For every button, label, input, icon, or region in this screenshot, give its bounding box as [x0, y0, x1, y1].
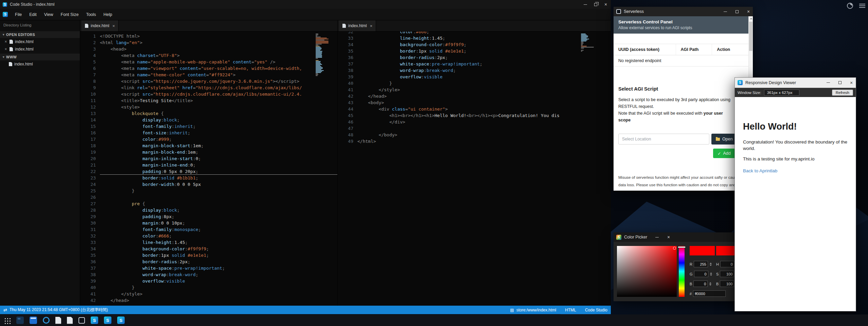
minimap-line: [316, 56, 322, 57]
tab-index-html[interactable]: index.html ×: [339, 20, 376, 31]
open-button[interactable]: Open: [711, 134, 737, 145]
code-line: word-wrap:break-word;: [100, 271, 337, 278]
close-button[interactable]: ×: [744, 7, 753, 16]
sidebar-section-header[interactable]: ▾WWW: [0, 54, 80, 60]
code-line: padding:0 5px 0 20px;: [100, 168, 337, 175]
code-line: <meta charset="UTF-8">: [100, 52, 337, 59]
code-studio-app-icon[interactable]: [117, 317, 125, 324]
code-line: margin-inline-start:0;: [100, 155, 337, 162]
code-studio-window: Code Studio - index.html × FileEditViewF…: [0, 0, 611, 314]
editor-left-gutter: 1234567891011121314151617181920212223242…: [80, 33, 100, 304]
preview-paragraph: Congratulation! You discovered the bound…: [743, 139, 848, 152]
editor-right-minimap[interactable]: [581, 34, 592, 52]
sidebar-item-index.html[interactable]: index.html: [0, 60, 80, 68]
add-button[interactable]: ✓ Add: [713, 149, 735, 158]
window-size-value[interactable]: 361px x 627px: [764, 90, 799, 96]
status-language[interactable]: HTML: [565, 308, 576, 312]
color-field-input[interactable]: 255: [694, 261, 708, 267]
restore-button[interactable]: [590, 0, 601, 9]
text-editor-app-icon[interactable]: [55, 317, 61, 324]
app-launcher-icon[interactable]: [3, 317, 11, 324]
script-location-input[interactable]: [618, 134, 709, 145]
hex-input[interactable]: ff0000: [693, 290, 726, 297]
color-field-input[interactable]: 0: [693, 281, 708, 287]
spinner-icon[interactable]: [709, 282, 711, 286]
sidebar-item-index.html[interactable]: ×index.html: [0, 45, 80, 53]
minimap-line: [316, 46, 320, 46]
browser-app-icon[interactable]: [43, 317, 50, 324]
color-field-label: B: [716, 282, 719, 286]
close-icon[interactable]: ×: [4, 47, 7, 52]
line-number: 43: [338, 99, 353, 106]
editor-left[interactable]: 1234567891011121314151617181920212223242…: [80, 32, 337, 306]
minimize-button[interactable]: [653, 232, 661, 242]
menu-icon[interactable]: [859, 3, 865, 9]
line-number: 5: [80, 59, 96, 65]
code-studio-app-icon[interactable]: [104, 317, 111, 324]
color-field-input[interactable]: 0: [694, 271, 708, 277]
minimize-button[interactable]: [721, 7, 730, 16]
sidebar-section-header[interactable]: ▾OPEN EDITORS: [0, 31, 80, 38]
serverless-warning: Misuse of serverless function might affe…: [618, 174, 744, 189]
editor-left-minimap[interactable]: [316, 34, 330, 76]
minimize-button[interactable]: [580, 0, 590, 9]
tab-index-html[interactable]: index.html ×: [82, 20, 119, 31]
menu-item-tools[interactable]: Tools: [82, 9, 100, 20]
hex-label: #: [690, 292, 692, 296]
scrollbar-thumb[interactable]: [749, 22, 752, 51]
serverless-section-heading: Select AGI Script: [618, 86, 744, 92]
close-button[interactable]: ×: [847, 78, 856, 88]
minimize-button[interactable]: [824, 78, 833, 88]
menu-item-help[interactable]: Help: [100, 9, 116, 20]
menu-item-font-size[interactable]: Font Size: [57, 9, 83, 20]
serverless-app-icon[interactable]: [78, 317, 85, 324]
code-line: color:#666;: [100, 233, 337, 239]
minimap-line: [316, 75, 318, 76]
line-number: 35: [80, 252, 96, 258]
code-line: display:block;: [100, 207, 337, 213]
spinner-icon[interactable]: [710, 272, 712, 276]
terminal-app-icon[interactable]: [30, 317, 37, 324]
line-number: 22: [80, 168, 96, 175]
refresh-button[interactable]: Refresh: [832, 90, 853, 96]
color-field-input[interactable]: 100: [720, 281, 734, 287]
minimap-line: [316, 73, 318, 74]
menu-item-file[interactable]: File: [11, 9, 25, 20]
code-line: <div class="ui container">: [357, 106, 611, 112]
code-line: background-color:#f9f9f9;: [100, 246, 337, 252]
maximize-button[interactable]: [835, 78, 844, 88]
line-number: 35: [338, 48, 353, 54]
close-button[interactable]: ×: [601, 0, 611, 9]
close-tab-icon[interactable]: ×: [112, 23, 115, 28]
color-field-label: B: [690, 282, 692, 286]
tab-bar-left: index.html ×: [80, 20, 337, 32]
refresh-icon[interactable]: [847, 3, 853, 9]
color-field-input[interactable]: 0: [720, 261, 734, 267]
line-number: 18: [80, 142, 96, 149]
color-field-g: G0: [690, 271, 712, 277]
back-to-aprintlab-link[interactable]: Back to Aprintlab: [743, 168, 777, 173]
remote-icon[interactable]: ⇄: [3, 307, 7, 312]
color-field-label: R: [690, 262, 692, 266]
code-line: border-radius:2px;: [100, 258, 337, 265]
code-studio-app-icon[interactable]: [91, 317, 98, 324]
minimap-line: [316, 53, 322, 54]
files-app-icon[interactable]: [16, 317, 24, 324]
editor-right[interactable]: 323334353637383940414243444546474849 col…: [338, 32, 611, 306]
sidebar-item-index.html[interactable]: ×index.html: [0, 38, 80, 45]
menu-item-view[interactable]: View: [40, 9, 57, 20]
close-button[interactable]: ×: [664, 232, 673, 242]
spinner-icon[interactable]: [710, 263, 712, 266]
close-tab-icon[interactable]: ×: [370, 23, 373, 28]
code-line: </html>: [357, 138, 611, 145]
window-size-label: Window Size:: [738, 91, 761, 95]
maximize-button[interactable]: [732, 7, 741, 16]
text-editor-app-icon[interactable]: [67, 317, 73, 324]
sidebar-item-label: index.html: [15, 39, 34, 44]
code-line: white-space:pre-wrap!important;: [357, 61, 611, 67]
line-number: 17: [80, 136, 96, 142]
color-field-input[interactable]: 100: [720, 271, 734, 277]
scroll-up-icon[interactable]: [750, 18, 752, 19]
menu-item-edit[interactable]: Edit: [25, 9, 40, 20]
close-icon[interactable]: ×: [4, 39, 7, 44]
